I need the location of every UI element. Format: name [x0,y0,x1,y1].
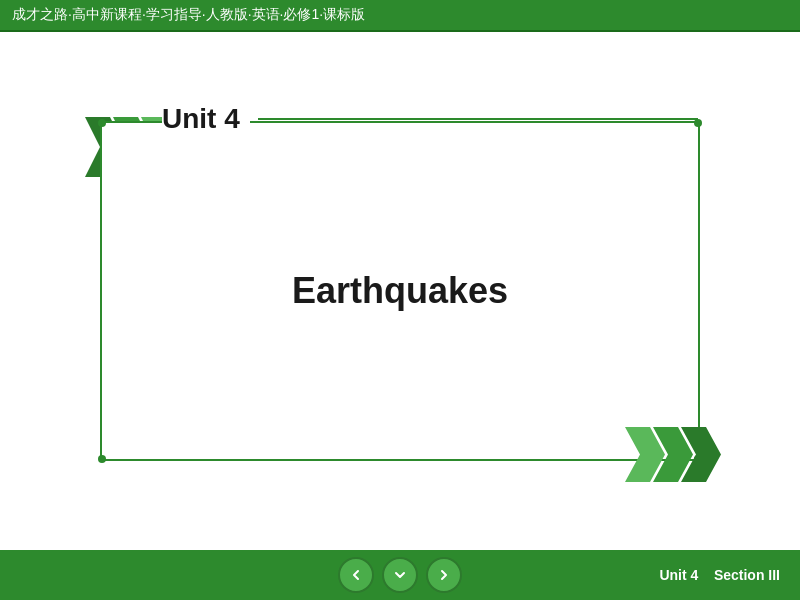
slide-area: Unit 4 Earthquakes [60,81,740,501]
footer-unit: Unit 4 [659,567,698,583]
bottom-bar: Unit 4 Section III [0,550,800,600]
unit-label: Unit 4 [162,103,250,135]
prev-button[interactable] [338,557,374,593]
down-button[interactable] [382,557,418,593]
corner-dot-bl [98,455,106,463]
main-title-area: Earthquakes [102,123,698,459]
footer-label: Unit 4 Section III [659,567,780,583]
next-button[interactable] [426,557,462,593]
right-decoration [625,427,725,486]
nav-buttons-group [338,557,462,593]
header-bar: 成才之路·高中新课程·学习指导·人教版·英语·必修1·课标版 [0,0,800,32]
header-title: 成才之路·高中新课程·学习指导·人教版·英语·必修1·课标版 [12,6,365,24]
corner-dot-tl [98,119,106,127]
content-box: Unit 4 Earthquakes [100,121,700,461]
unit-title-area: Unit 4 [162,103,698,135]
main-title-text: Earthquakes [292,270,508,312]
main-content: Unit 4 Earthquakes [0,32,800,550]
footer-section: Section III [714,567,780,583]
title-divider-line [258,118,698,120]
